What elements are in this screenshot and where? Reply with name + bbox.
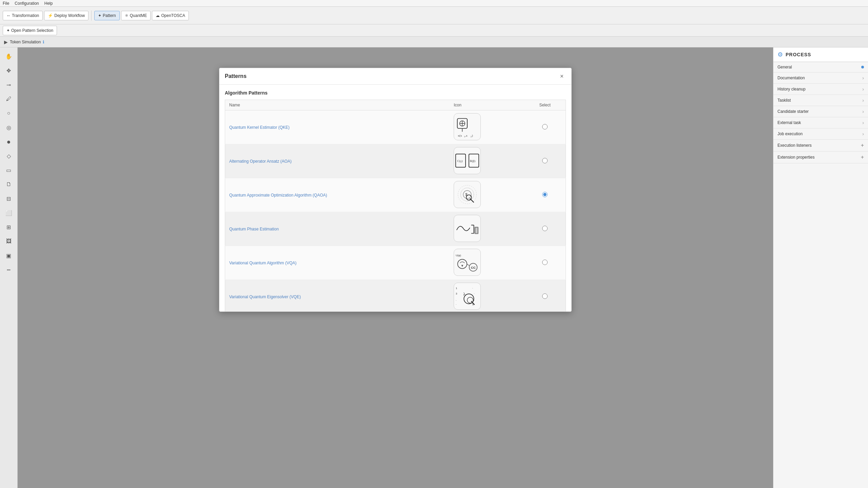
pattern-radio[interactable] (542, 226, 548, 231)
marker-tool[interactable]: 🖊 (3, 93, 15, 105)
right-panel-item-label: External task (777, 120, 801, 125)
pattern-radio[interactable] (542, 293, 548, 299)
pattern-icon-cell: $ (450, 178, 524, 212)
dot-circle-tool[interactable]: ◎ (3, 121, 15, 134)
pattern-radio[interactable] (542, 124, 548, 129)
right-panel-items: GeneralDocumentation›History cleanup›Tas… (773, 62, 868, 163)
svg-point-19 (466, 195, 472, 200)
right-panel-item-label: History cleanup (777, 87, 806, 92)
image-tool[interactable]: 🖼 (3, 235, 15, 247)
open-tosca-button[interactable]: ☁ OpenTOSCA (152, 11, 189, 20)
more-tools[interactable]: ••• (3, 264, 15, 276)
main-toolbar: ↔ Transformation ⚡ Deploy Workflow ✦ Pat… (0, 7, 868, 24)
transformation-button[interactable]: ↔ Transformation (3, 11, 43, 20)
modal-close-button[interactable]: × (558, 72, 566, 80)
token-simulation-bar: ▶ Token Simulation ℹ (0, 37, 868, 47)
pattern-select-cell[interactable] (524, 178, 566, 212)
table-row: Quantum Approximate Optimization Algorit… (225, 178, 566, 212)
expand-plus-icon: + (861, 142, 864, 148)
svg-text:·: · (456, 303, 456, 306)
svg-text:3: 3 (456, 292, 457, 295)
pattern-link[interactable]: Quantum Kernel Estimator (QKE) (229, 125, 290, 130)
cylinder-tool[interactable]: ⊟ (3, 192, 15, 205)
sub-process-tool[interactable]: ⬜ (3, 207, 15, 219)
pattern-link[interactable]: Quantum Approximate Optimization Algorit… (229, 193, 327, 198)
open-pattern-selection-button[interactable]: ✦ Open Pattern Selection (3, 26, 57, 35)
pattern-radio[interactable] (542, 192, 548, 197)
right-panel-item-tasklist[interactable]: Tasklist› (773, 95, 868, 106)
pattern-link[interactable]: Variational Quantum Eigensolver (VQE) (229, 294, 301, 299)
svg-text:·: · (474, 292, 475, 295)
pattern-select-cell[interactable] (524, 110, 566, 144)
menu-file[interactable]: File (3, 1, 9, 6)
right-panel-item-external-task[interactable]: External task› (773, 117, 868, 128)
right-panel-item-candidate-starter[interactable]: Candidate starter› (773, 106, 868, 117)
pattern-link[interactable]: Quantum Phase Estimation (229, 227, 279, 231)
right-panel-item-label: Extension properties (777, 155, 814, 160)
pattern-icon-cell (450, 212, 524, 246)
expand-arrow-icon: › (862, 86, 864, 92)
pattern-select-cell[interactable] (524, 246, 566, 280)
right-panel-item-history-cleanup[interactable]: History cleanup› (773, 84, 868, 95)
table-row: Alternating Operator Ansatz (AOA) C(γ) B… (225, 144, 566, 178)
right-panel-item-job-execution[interactable]: Job execution› (773, 128, 868, 140)
token-simulation-label: Token Simulation (10, 40, 41, 44)
pattern-icon: ✦ (98, 13, 101, 18)
token-info-icon: ℹ (43, 40, 44, 44)
pattern-icon-cell: U(φ) CC (450, 246, 524, 280)
expand-arrow-icon: › (862, 120, 864, 125)
expand-arrow-icon: › (862, 131, 864, 137)
canvas-area[interactable]: Patterns × Algorithm Patterns Name Icon … (18, 47, 773, 488)
menu-help[interactable]: Help (44, 1, 53, 6)
bold-circle-tool[interactable]: ● (3, 136, 15, 148)
svg-text:1: 1 (464, 135, 465, 138)
expand-arrow-icon: › (862, 109, 864, 114)
move-tool[interactable]: ✥ (3, 64, 15, 77)
pattern-link[interactable]: Alternating Operator Ansatz (AOA) (229, 159, 292, 164)
modal-body: Algorithm Patterns Name Icon Select Quan… (219, 85, 571, 311)
modal-overlay: Patterns × Algorithm Patterns Name Icon … (18, 47, 773, 488)
rectangle-tool[interactable]: ▭ (3, 164, 15, 176)
table-row: Variational Quantum Eigensolver (VQE) 1 … (225, 280, 566, 312)
hand-tool[interactable]: ✋ (3, 50, 15, 62)
pattern-icon-cell: κ(x 1 ,x 2 ) (450, 110, 524, 144)
right-panel-item-execution-listeners[interactable]: Execution listeners+ (773, 140, 868, 151)
frame-tool[interactable]: ▣ (3, 249, 15, 262)
deploy-workflow-button[interactable]: ⚡ Deploy Workflow (44, 11, 88, 20)
right-panel: ⚙ PROCESS GeneralDocumentation›History c… (773, 47, 868, 488)
pattern-select-cell[interactable] (524, 212, 566, 246)
svg-rect-24 (476, 228, 478, 233)
patterns-table: Name Icon Select Quantum Kernel Estimato… (225, 100, 566, 311)
right-panel-item-label: Documentation (777, 76, 805, 80)
quantme-icon: ⚛ (125, 13, 129, 18)
pattern-radio[interactable] (542, 158, 548, 163)
patterns-modal: Patterns × Algorithm Patterns Name Icon … (219, 68, 572, 312)
svg-point-26 (458, 259, 467, 268)
expand-arrow-icon: › (862, 75, 864, 81)
pattern-select-cell[interactable] (524, 280, 566, 312)
right-panel-item-general[interactable]: General (773, 62, 868, 73)
diamond-tool[interactable]: ◇ (3, 150, 15, 162)
open-pattern-icon: ✦ (6, 28, 10, 33)
right-panel-item-documentation[interactable]: Documentation› (773, 73, 868, 84)
right-panel-item-extension-properties[interactable]: Extension properties+ (773, 151, 868, 163)
toolbar-separator (91, 11, 92, 21)
right-panel-item-label: Job execution (777, 131, 803, 136)
pattern-name-cell: Quantum Kernel Estimator (QKE) (225, 110, 450, 144)
pattern-button[interactable]: ✦ Pattern (94, 11, 120, 20)
pattern-select-cell[interactable] (524, 144, 566, 178)
svg-text:·: · (456, 299, 456, 302)
pattern-name-cell: Variational Quantum Eigensolver (VQE) (225, 280, 450, 312)
right-panel-title: PROCESS (786, 52, 811, 57)
pattern-radio[interactable] (542, 260, 548, 265)
pattern-link[interactable]: Variational Quantum Algorithm (VQA) (229, 261, 297, 265)
table-row: Variational Quantum Algorithm (VQA) U(φ)… (225, 246, 566, 280)
circle-tool[interactable]: ○ (3, 107, 15, 119)
active-dot-icon (861, 66, 864, 68)
quantme-button[interactable]: ⚛ QuantME (121, 11, 151, 20)
grid-tool[interactable]: ⊞ (3, 221, 15, 233)
expand-plus-icon: + (861, 154, 864, 160)
document-tool[interactable]: 🗋 (3, 178, 15, 190)
split-tool[interactable]: ⊸ (3, 79, 15, 91)
menu-configuration[interactable]: Configuration (15, 1, 39, 6)
